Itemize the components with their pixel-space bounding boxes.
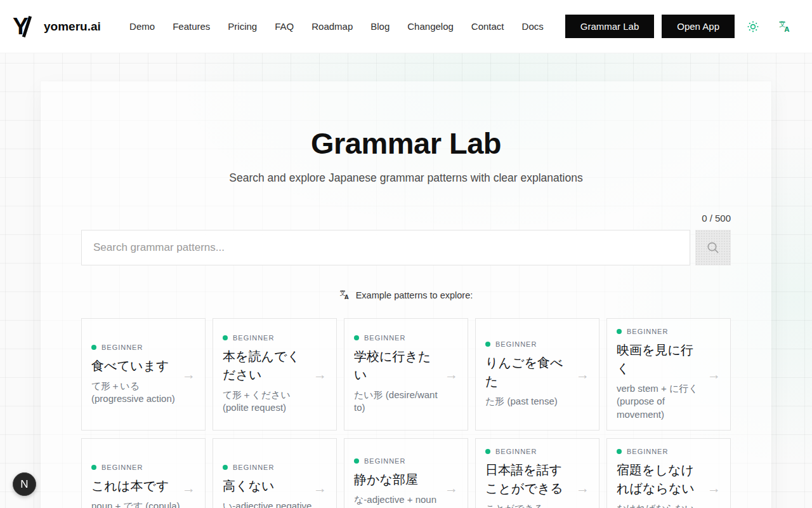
nav-item-contact[interactable]: Contact <box>471 21 504 32</box>
search-section: 0 / 500 <box>81 213 731 265</box>
level-badge: BEGINNER <box>485 340 575 348</box>
search-input[interactable] <box>81 230 690 265</box>
search-icon <box>706 241 720 255</box>
arrow-right-icon: → <box>182 481 195 495</box>
arrow-right-icon: → <box>707 481 721 495</box>
level-dot-icon <box>485 342 490 347</box>
arrow-right-icon: → <box>576 368 589 381</box>
level-dot-icon <box>354 458 359 464</box>
level-dot-icon <box>91 345 96 350</box>
level-badge: BEGINNER <box>617 448 706 455</box>
level-dot-icon <box>223 335 228 340</box>
nav-item-blog[interactable]: Blog <box>370 21 390 32</box>
nav-item-roadmap[interactable]: Roadmap <box>311 21 353 32</box>
pattern-description: verb stem + に行く (purpose of movement) <box>617 382 706 421</box>
examples-heading-label: Example patterns to explore: <box>356 290 473 300</box>
pattern-description: た形 (past tense) <box>485 395 575 408</box>
pattern-description: い-adjective negative <box>223 500 312 508</box>
brand-name: yomeru.ai <box>44 20 101 34</box>
pattern-text: 食べています <box>91 357 181 375</box>
level-dot-icon <box>223 465 228 470</box>
level-dot-icon <box>485 449 490 454</box>
pattern-text: これは本です <box>91 477 181 495</box>
pattern-description: て形＋いる (progressive action) <box>91 380 181 406</box>
pattern-description: て形＋ください (polite request) <box>223 389 312 415</box>
pattern-text: 静かな部屋 <box>354 471 443 489</box>
nav-item-changelog[interactable]: Changelog <box>407 21 454 32</box>
pattern-card[interactable]: BEGINNER 本を読んでください て形＋ください (polite reque… <box>213 318 337 431</box>
grammar-lab-button[interactable]: Grammar Lab <box>565 15 655 38</box>
pattern-description: なければならない (obligation) <box>617 502 706 508</box>
search-row <box>81 230 731 265</box>
examples-heading: 文 A Example patterns to explore: <box>81 290 731 300</box>
site-header: Y yomeru.ai Demo Features Pricing FAQ Ro… <box>0 0 812 53</box>
pattern-card[interactable]: BEGINNER 静かな部屋 な-adjective + noun modifi… <box>344 438 468 508</box>
level-dot-icon <box>91 465 96 470</box>
pattern-description: な-adjective + noun modification <box>354 493 443 508</box>
page-title: Grammar Lab <box>81 126 731 161</box>
pattern-card[interactable]: BEGINNER りんごを食べた た形 (past tense) → <box>475 318 599 431</box>
level-badge: BEGINNER <box>485 448 575 455</box>
pattern-text: 本を読んでください <box>223 347 312 384</box>
arrow-right-icon: → <box>313 481 327 495</box>
pattern-card[interactable]: BEGINNER 高くない い-adjective negative → <box>213 438 337 508</box>
svg-text:A: A <box>344 294 349 300</box>
arrow-right-icon: → <box>445 368 458 381</box>
nav-item-pricing[interactable]: Pricing <box>228 21 257 32</box>
pattern-text: りんごを食べた <box>485 354 575 391</box>
level-badge: BEGINNER <box>617 328 706 335</box>
page-subtitle: Search and explore Japanese grammar patt… <box>81 171 731 185</box>
pattern-card[interactable]: BEGINNER これは本です noun + です (copula) → <box>81 438 206 508</box>
brand-logo-icon: Y <box>13 14 36 39</box>
nav-item-features[interactable]: Features <box>173 21 210 32</box>
level-badge: BEGINNER <box>354 334 443 342</box>
pattern-card[interactable]: BEGINNER 宿題をしなければならない なければならない (obligati… <box>606 438 731 508</box>
arrow-right-icon: → <box>313 368 327 381</box>
pattern-card[interactable]: BEGINNER 日本語を話すことができる ことができる (potential)… <box>475 438 599 508</box>
nav-item-faq[interactable]: FAQ <box>275 21 294 32</box>
pattern-card[interactable]: BEGINNER 学校に行きたい たい形 (desire/want to) → <box>344 318 468 431</box>
level-badge: BEGINNER <box>91 464 181 471</box>
pattern-description: noun + です (copula) <box>91 500 181 508</box>
language-toggle-button[interactable]: 文 A <box>774 16 796 37</box>
arrow-right-icon: → <box>182 368 195 381</box>
arrow-right-icon: → <box>445 481 458 495</box>
svg-text:A: A <box>785 26 790 33</box>
nav-item-demo[interactable]: Demo <box>129 21 155 32</box>
translate-icon: 文 A <box>339 290 350 300</box>
grammar-lab-panel: Grammar Lab Search and explore Japanese … <box>41 81 771 508</box>
sun-icon <box>747 20 759 33</box>
pattern-text: 映画を見に行く <box>617 341 706 378</box>
level-badge: BEGINNER <box>91 344 181 351</box>
open-app-button[interactable]: Open App <box>662 15 735 38</box>
pattern-text: 高くない <box>223 477 312 495</box>
level-badge: BEGINNER <box>354 457 443 465</box>
arrow-right-icon: → <box>576 481 589 495</box>
example-cards-grid: BEGINNER 食べています て形＋いる (progressive actio… <box>81 318 731 508</box>
pattern-text: 日本語を話すことができる <box>485 461 575 498</box>
pattern-description: ことができる (potential) <box>485 502 575 508</box>
arrow-right-icon: → <box>707 368 721 381</box>
level-dot-icon <box>617 329 622 334</box>
pattern-card[interactable]: BEGINNER 食べています て形＋いる (progressive actio… <box>81 318 206 431</box>
nav-item-docs[interactable]: Docs <box>522 21 544 32</box>
pattern-text: 学校に行きたい <box>354 347 443 384</box>
theme-toggle-button[interactable] <box>742 16 764 37</box>
pattern-description: たい形 (desire/want to) <box>354 389 443 415</box>
level-badge: BEGINNER <box>223 334 312 342</box>
pattern-card[interactable]: BEGINNER 映画を見に行く verb stem + に行く (purpos… <box>606 318 731 431</box>
header-actions: Grammar Lab Open App 文 <box>565 15 796 38</box>
level-dot-icon <box>617 449 622 454</box>
main-nav: Demo Features Pricing FAQ Roadmap Blog C… <box>129 21 544 32</box>
translate-icon: 文 A <box>778 20 791 33</box>
brand-logo[interactable]: Y yomeru.ai <box>13 14 101 39</box>
level-badge: BEGINNER <box>223 464 312 471</box>
results-counter: 0 / 500 <box>81 213 731 224</box>
search-button[interactable] <box>695 230 731 265</box>
nextjs-dev-badge[interactable]: N <box>13 472 36 496</box>
level-dot-icon <box>354 335 359 340</box>
pattern-text: 宿題をしなければならない <box>617 461 706 498</box>
